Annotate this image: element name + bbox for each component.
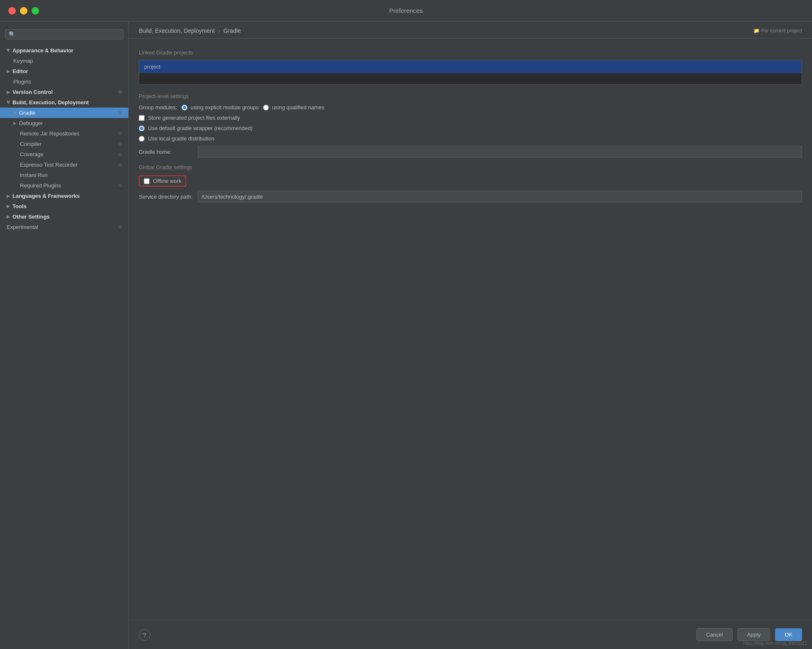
copy-icon: ⧉ bbox=[118, 141, 122, 147]
local-distribution-radio[interactable] bbox=[139, 136, 145, 142]
main-content: 🔍 ▶ Appearance & Behavior Keymap ▶ Edito… bbox=[0, 22, 812, 649]
sidebar-item-tools[interactable]: ▶ Tools bbox=[0, 201, 128, 211]
breadcrumb: Build, Execution, Deployment › Gradle 📁 … bbox=[129, 22, 812, 39]
project-label: For current project bbox=[761, 28, 802, 34]
service-dir-label: Service directory path: bbox=[139, 194, 193, 200]
copy-icon: ⧉ bbox=[118, 110, 122, 116]
arrow-icon: ▶ bbox=[7, 214, 10, 219]
search-icon: 🔍 bbox=[9, 31, 15, 37]
sidebar-item-instant-run[interactable]: Instant Run bbox=[0, 170, 128, 180]
store-generated-checkbox[interactable] bbox=[139, 115, 145, 121]
sidebar-item-editor[interactable]: ▶ Editor bbox=[0, 66, 128, 76]
window-controls bbox=[8, 7, 39, 15]
radio-qualified-group[interactable]: using qualified names bbox=[263, 104, 325, 111]
bottom-bar: ? Cancel Apply OK https://blog.csdn.net/… bbox=[129, 620, 812, 649]
sidebar-item-compiler[interactable]: Compiler ⧉ bbox=[0, 139, 128, 149]
arrow-icon: ▶ bbox=[6, 101, 11, 104]
breadcrumb-separator: › bbox=[218, 27, 220, 34]
sidebar-item-coverage[interactable]: Coverage ⧉ bbox=[0, 149, 128, 160]
sidebar-item-debugger[interactable]: ▶ Debugger bbox=[0, 118, 128, 128]
copy-icon: ⧉ bbox=[118, 131, 122, 136]
window-title: Preferences bbox=[389, 7, 423, 14]
breadcrumb-project: 📁 For current project bbox=[753, 28, 802, 34]
linked-project-item[interactable]: project bbox=[139, 60, 802, 73]
sidebar-item-espresso[interactable]: Espresso Test Recorder ⧉ bbox=[0, 160, 128, 170]
arrow-icon: ▶ bbox=[7, 90, 10, 94]
arrow-icon: ▶ bbox=[7, 194, 10, 198]
copy-icon: ⧉ bbox=[118, 162, 122, 167]
group-modules-row: Group modules: using explicit module gro… bbox=[139, 104, 802, 111]
store-generated-row: Store generated project files externally bbox=[139, 115, 802, 121]
breadcrumb-current: Gradle bbox=[224, 27, 241, 34]
copy-icon: ⧉ bbox=[118, 224, 122, 230]
offline-work-checkbox[interactable] bbox=[144, 178, 150, 184]
sidebar-item-build[interactable]: ▶ Build, Execution, Deployment bbox=[0, 97, 128, 108]
sidebar-item-version-control[interactable]: ▶ Version Control ⧉ bbox=[0, 87, 128, 97]
radio-explicit-group[interactable]: using explicit module groups bbox=[182, 104, 259, 111]
search-box[interactable]: 🔍 bbox=[5, 29, 123, 39]
gradle-home-input[interactable] bbox=[198, 146, 802, 157]
search-input[interactable] bbox=[18, 31, 120, 37]
radio-qualified[interactable] bbox=[263, 105, 269, 111]
arrow-icon: ▶ bbox=[7, 69, 10, 74]
sidebar-item-languages[interactable]: ▶ Languages & Frameworks bbox=[0, 191, 128, 201]
project-level-title: Project-level settings bbox=[139, 93, 802, 99]
arrow-icon: ▶ bbox=[13, 111, 17, 115]
sidebar-item-appearance[interactable]: ▶ Appearance & Behavior bbox=[0, 45, 128, 56]
sidebar-item-other-settings[interactable]: ▶ Other Settings bbox=[0, 211, 128, 222]
gradle-home-label: Gradle home: bbox=[139, 149, 193, 155]
radio-qualified-label: using qualified names bbox=[272, 104, 325, 111]
apply-button[interactable]: Apply bbox=[738, 628, 770, 641]
local-distribution-label[interactable]: Use local gradle distribution bbox=[139, 135, 214, 142]
sidebar-item-keymap[interactable]: Keymap bbox=[0, 56, 128, 66]
default-wrapper-row: Use default gradle wrapper (recommended) bbox=[139, 125, 802, 131]
sidebar: 🔍 ▶ Appearance & Behavior Keymap ▶ Edito… bbox=[0, 22, 129, 649]
settings-panel: Linked Gradle projects project Project-l… bbox=[129, 39, 812, 620]
local-distribution-row: Use local gradle distribution bbox=[139, 135, 802, 142]
breadcrumb-parent: Build, Execution, Deployment bbox=[139, 27, 215, 34]
group-modules-label: Group modules: bbox=[139, 104, 177, 111]
default-wrapper-label[interactable]: Use default gradle wrapper (recommended) bbox=[139, 125, 252, 131]
service-dir-input[interactable] bbox=[198, 191, 802, 202]
copy-icon: ⧉ bbox=[118, 89, 122, 95]
title-bar: Preferences bbox=[0, 0, 812, 22]
radio-explicit[interactable] bbox=[182, 105, 187, 111]
default-wrapper-radio[interactable] bbox=[139, 125, 145, 131]
arrow-icon: ▶ bbox=[13, 121, 17, 125]
content-area: Build, Execution, Deployment › Gradle 📁 … bbox=[129, 22, 812, 649]
offline-work-box: Offline work bbox=[139, 175, 186, 187]
offline-work-label: Offline work bbox=[153, 178, 181, 184]
store-generated-label[interactable]: Store generated project files externally bbox=[139, 115, 240, 121]
radio-explicit-label: using explicit module groups bbox=[191, 104, 259, 111]
help-button[interactable]: ? bbox=[139, 629, 150, 641]
sidebar-item-experimental[interactable]: Experimental ⧉ bbox=[0, 222, 128, 232]
gradle-home-row: Gradle home: bbox=[139, 146, 802, 157]
arrow-icon: ▶ bbox=[7, 204, 10, 209]
global-gradle-title: Global Gradle settings bbox=[139, 164, 802, 170]
sidebar-item-remote-jar[interactable]: Remote Jar Repositories ⧉ bbox=[0, 128, 128, 139]
arrow-icon: ▶ bbox=[6, 49, 11, 52]
service-dir-row: Service directory path: bbox=[139, 191, 802, 202]
copy-icon: ⧉ bbox=[118, 183, 122, 188]
watermark: https://blog.csdn.net/qq_43603312 bbox=[743, 641, 807, 646]
close-button[interactable] bbox=[8, 7, 16, 15]
linked-projects-label: Linked Gradle projects bbox=[139, 49, 802, 56]
linked-projects-list[interactable]: project bbox=[139, 60, 802, 85]
sidebar-item-required-plugins[interactable]: Required Plugins ⧉ bbox=[0, 180, 128, 191]
preferences-window: Preferences 🔍 ▶ Appearance & Behavior Ke… bbox=[0, 0, 812, 649]
minimize-button[interactable] bbox=[20, 7, 27, 15]
sidebar-item-plugins[interactable]: Plugins bbox=[0, 76, 128, 87]
cancel-button[interactable]: Cancel bbox=[696, 628, 732, 641]
copy-icon: ⧉ bbox=[118, 152, 122, 157]
ok-button[interactable]: OK bbox=[775, 628, 802, 641]
sidebar-item-gradle[interactable]: ▶ Gradle ⧉ bbox=[0, 108, 128, 118]
maximize-button[interactable] bbox=[32, 7, 39, 15]
project-icon: 📁 bbox=[753, 28, 760, 34]
